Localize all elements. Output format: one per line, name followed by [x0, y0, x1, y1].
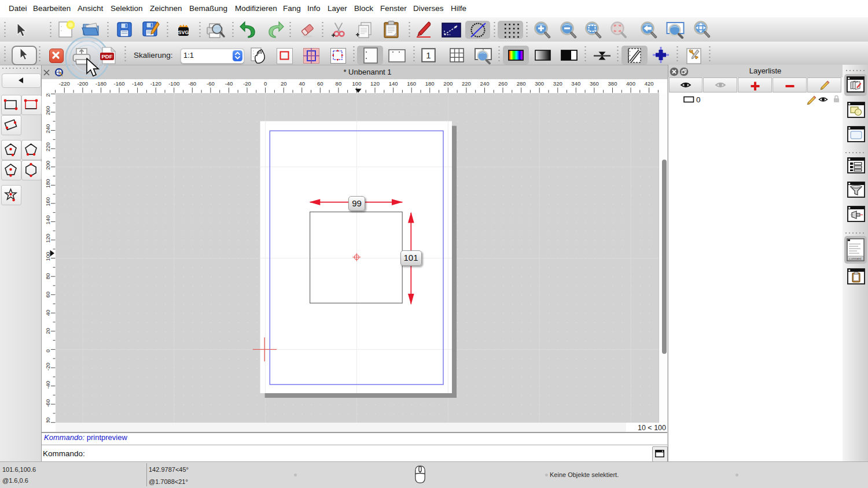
- svg-text:200: 200: [45, 161, 51, 170]
- svg-text:140: 140: [45, 216, 51, 225]
- svg-text:120: 120: [45, 234, 51, 243]
- svg-text:260: 260: [45, 106, 51, 115]
- svg-text:-100: -100: [168, 80, 179, 87]
- svg-text:300: 300: [535, 80, 544, 87]
- svg-text:100: 100: [45, 252, 51, 261]
- svg-text:160: 160: [45, 197, 51, 206]
- svg-text:-80: -80: [188, 80, 196, 87]
- svg-text:240: 240: [480, 80, 490, 87]
- svg-text:60: 60: [45, 291, 51, 298]
- svg-text:-140: -140: [132, 80, 143, 87]
- svg-text:0: 0: [45, 349, 51, 352]
- svg-text:200: 200: [443, 80, 453, 87]
- svg-text:260: 260: [498, 80, 507, 87]
- svg-text:40: 40: [45, 310, 51, 316]
- svg-text:-60: -60: [45, 399, 51, 407]
- svg-text:-60: -60: [207, 80, 215, 87]
- svg-text:60: 60: [317, 80, 323, 87]
- svg-text:340: 340: [571, 80, 580, 87]
- svg-text:10 < 100: 10 < 100: [638, 424, 666, 432]
- svg-text:100: 100: [352, 80, 362, 87]
- svg-text:-40: -40: [225, 80, 233, 87]
- svg-text:220: 220: [462, 80, 471, 87]
- svg-text:-180: -180: [95, 80, 106, 87]
- svg-text:-20: -20: [45, 363, 51, 371]
- svg-text:-40: -40: [45, 381, 51, 389]
- svg-text:-120: -120: [150, 80, 161, 87]
- svg-text:1: 1: [426, 50, 431, 60]
- svg-text:20: 20: [281, 80, 287, 87]
- svg-text:160: 160: [407, 80, 416, 87]
- svg-text:0: 0: [264, 80, 267, 87]
- svg-text:240: 240: [45, 124, 51, 134]
- svg-text:180: 180: [425, 80, 435, 87]
- svg-text:220: 220: [45, 142, 51, 151]
- svg-text:40: 40: [299, 80, 305, 87]
- svg-text:420: 420: [645, 80, 654, 87]
- svg-text:280: 280: [517, 80, 526, 87]
- svg-text:360: 360: [590, 80, 599, 87]
- svg-text:140: 140: [389, 80, 398, 87]
- svg-text:c ommand: c ommand: [849, 257, 862, 260]
- svg-text:180: 180: [45, 179, 51, 188]
- svg-text:80: 80: [336, 80, 342, 87]
- svg-text:20: 20: [45, 328, 51, 334]
- svg-text:120: 120: [370, 80, 380, 87]
- svg-text:-20: -20: [243, 80, 251, 87]
- svg-text:PDF: PDF: [102, 53, 113, 60]
- svg-text:320: 320: [553, 80, 562, 87]
- svg-text:400: 400: [626, 80, 635, 87]
- svg-text:-220: -220: [59, 80, 70, 87]
- svg-text:-200: -200: [77, 80, 88, 87]
- svg-text:80: 80: [45, 273, 51, 280]
- svg-text:-160: -160: [113, 80, 124, 87]
- svg-text:SVG: SVG: [178, 29, 189, 35]
- svg-text:380: 380: [608, 80, 617, 87]
